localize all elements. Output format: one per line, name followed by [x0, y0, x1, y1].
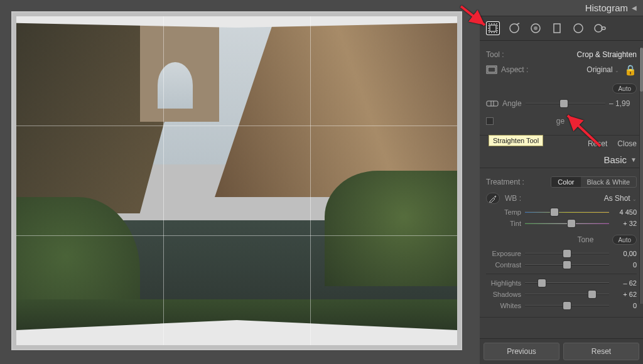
photo-preview [16, 16, 457, 345]
svg-rect-1 [490, 25, 496, 31]
tint-label: Tint [486, 220, 521, 227]
tool-name: Crop & Straighten [577, 50, 637, 59]
treatment-label: Treatment : [486, 178, 524, 186]
crop-tool-button[interactable] [486, 21, 500, 35]
crop-actions: Reset Close [480, 136, 643, 152]
tool-label: Tool : [486, 50, 504, 59]
aspect-icon [486, 64, 497, 75]
basic-header[interactable]: Basic ▼ [480, 152, 643, 168]
exposure-value: 0,00 [613, 250, 637, 257]
develop-panel: Histogram ◀ [480, 0, 643, 364]
constrain-image-checkbox[interactable] [486, 117, 494, 125]
exposure-label: Exposure [486, 250, 521, 257]
crop-frame[interactable] [11, 11, 462, 350]
temp-value: 4 450 [613, 208, 637, 216]
crop-close-button[interactable]: Close [617, 139, 637, 148]
collapse-icon: ◀ [632, 4, 637, 11]
previous-button[interactable]: Previous [484, 343, 559, 360]
whites-label: Whites [486, 302, 521, 309]
expand-icon: ▼ [630, 156, 637, 163]
angle-label: Angle [502, 99, 522, 108]
shadows-value: + 62 [613, 291, 637, 298]
svg-rect-10 [488, 67, 495, 72]
angle-auto-button[interactable]: Auto [612, 83, 637, 94]
level-icon[interactable] [486, 99, 499, 109]
graduated-filter-button[interactable] [550, 21, 564, 35]
treatment-color[interactable]: Color [551, 177, 580, 187]
highlights-label: Highlights [486, 279, 521, 287]
aspect-label: Aspect : [501, 65, 528, 74]
tone-label: Tone [577, 235, 593, 244]
contrast-label: Contrast [486, 261, 521, 269]
treatment-bw[interactable]: Black & White [581, 177, 636, 187]
aspect-dropdown[interactable]: Original ⌄ [586, 65, 619, 74]
tint-value: + 32 [613, 220, 637, 227]
svg-point-6 [574, 24, 583, 33]
histogram-title: Histogram [585, 3, 628, 13]
svg-point-2 [510, 24, 519, 33]
crop-section: Tool : Crop & Straighten Aspect : Origin… [480, 41, 643, 136]
angle-value: – 1,99 [609, 99, 637, 108]
angle-slider[interactable] [526, 99, 605, 109]
app-root: Histogram ◀ [0, 0, 643, 364]
redeye-button[interactable] [529, 21, 543, 35]
treatment-toggle[interactable]: Color Black & White [551, 176, 637, 188]
shadows-label: Shadows [486, 291, 521, 298]
tool-strip [480, 16, 643, 41]
crop-reset-button[interactable]: Reset [588, 139, 607, 148]
highlights-slider[interactable] [525, 278, 609, 288]
contrast-slider[interactable] [525, 260, 609, 270]
tint-slider[interactable] [525, 218, 609, 228]
spot-removal-button[interactable] [507, 21, 521, 35]
wb-dropdown[interactable]: As Shot ⌄ [604, 194, 637, 203]
svg-rect-11 [487, 101, 498, 106]
white-balance-dropper[interactable] [486, 193, 500, 204]
basic-section: Treatment : Color Black & White WB : As … [480, 168, 643, 318]
aspect-lock-icon[interactable]: 🔒 [624, 64, 637, 76]
reset-all-button[interactable]: Reset [563, 343, 639, 360]
whites-value: 0 [613, 302, 637, 309]
temp-label: Temp [486, 208, 521, 216]
basic-title: Basic [603, 154, 627, 165]
exposure-slider[interactable] [525, 249, 609, 259]
bottom-buttons: Previous Reset [480, 338, 643, 364]
histogram-header[interactable]: Histogram ◀ [480, 0, 643, 16]
canvas-area[interactable] [0, 0, 480, 364]
contrast-value: 0 [613, 261, 637, 269]
svg-point-4 [534, 26, 538, 30]
shadows-slider[interactable] [525, 289, 609, 299]
panel-scrollbar[interactable] [639, 48, 643, 304]
adjustment-brush-button[interactable] [593, 21, 607, 35]
temp-slider[interactable] [525, 207, 609, 217]
highlights-value: – 62 [613, 279, 637, 287]
wb-label: WB : [505, 194, 521, 203]
tone-auto-button[interactable]: Auto [612, 235, 637, 245]
whites-slider[interactable] [525, 301, 609, 311]
radial-filter-button[interactable] [571, 21, 585, 35]
svg-point-7 [595, 24, 602, 32]
svg-rect-5 [554, 24, 560, 33]
